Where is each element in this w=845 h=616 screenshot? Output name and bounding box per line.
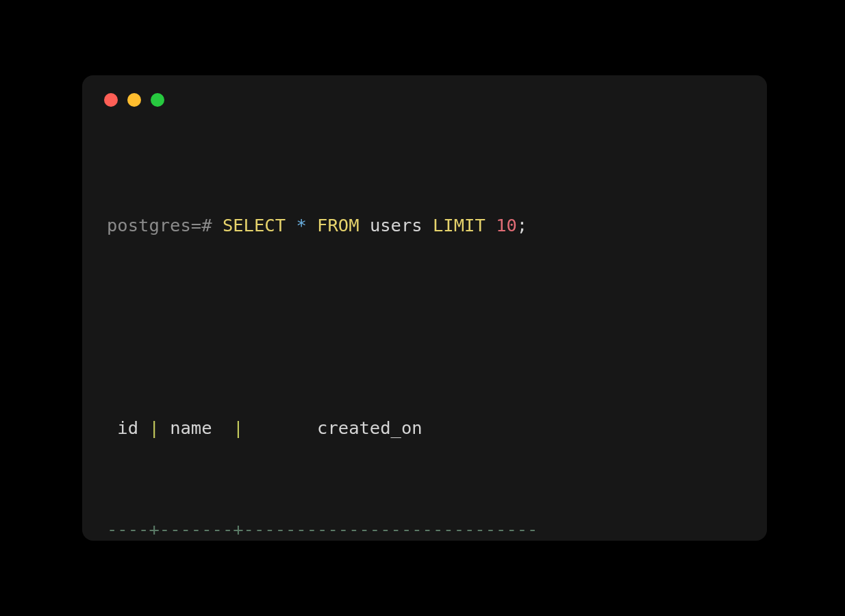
close-window-button[interactable] bbox=[104, 93, 118, 107]
terminal-window: postgres=# SELECT * FROM users LIMIT 10;… bbox=[82, 75, 767, 541]
blank-line bbox=[107, 314, 742, 339]
rule-segment: ---------------------------- bbox=[244, 519, 538, 539]
result-header: id | name | created_on bbox=[107, 415, 742, 441]
rule-plus: + bbox=[233, 519, 243, 539]
pipe-divider: | bbox=[149, 418, 159, 438]
window-controls bbox=[104, 93, 742, 107]
col-name-header: name bbox=[160, 418, 233, 438]
pipe-divider: | bbox=[233, 418, 243, 438]
zoom-window-button[interactable] bbox=[151, 93, 164, 107]
col-created-header: created_on bbox=[244, 418, 496, 438]
sql-limit-value: 10 bbox=[496, 215, 517, 235]
rule-plus: + bbox=[149, 519, 159, 539]
sql-limit-keyword: LIMIT bbox=[433, 215, 485, 235]
sql-table-name: users bbox=[370, 215, 422, 235]
psql-prompt: postgres=# bbox=[107, 215, 223, 235]
prompt-line: postgres=# SELECT * FROM users LIMIT 10; bbox=[107, 213, 742, 238]
sql-select-keyword: SELECT bbox=[223, 215, 286, 235]
rule-segment: ------- bbox=[160, 519, 233, 539]
terminal-content[interactable]: postgres=# SELECT * FROM users LIMIT 10;… bbox=[107, 137, 742, 541]
sql-star: * bbox=[296, 215, 306, 235]
sql-semicolon: ; bbox=[517, 215, 527, 235]
rule-segment: ---- bbox=[107, 519, 149, 539]
minimize-window-button[interactable] bbox=[127, 93, 141, 107]
result-rule: ----+-------+---------------------------… bbox=[107, 517, 742, 541]
sql-from-keyword: FROM bbox=[317, 215, 359, 235]
col-id-header: id bbox=[107, 418, 149, 438]
